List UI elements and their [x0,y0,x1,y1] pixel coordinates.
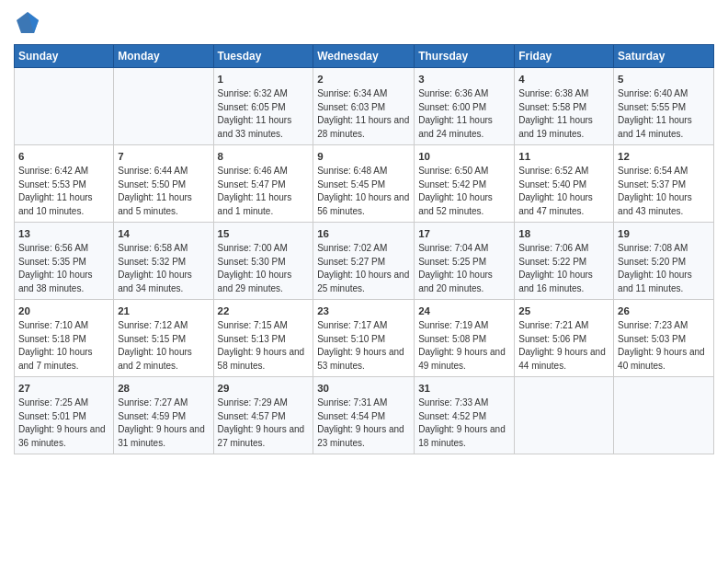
day-info: Sunrise: 7:04 AM Sunset: 5:25 PM Dayligh… [418,242,510,295]
day-number: 17 [418,226,510,241]
day-info: Sunrise: 6:52 AM Sunset: 5:40 PM Dayligh… [518,165,609,218]
day-info: Sunrise: 6:36 AM Sunset: 6:00 PM Dayligh… [418,87,510,141]
calendar-cell: 9Sunrise: 6:48 AM Sunset: 5:45 PM Daylig… [313,145,415,223]
day-number: 5 [618,72,710,86]
day-info: Sunrise: 7:33 AM Sunset: 4:52 PM Dayligh… [418,396,510,450]
calendar-cell: 23Sunrise: 7:17 AM Sunset: 5:10 PM Dayli… [313,300,415,377]
calendar-cell: 10Sunrise: 6:50 AM Sunset: 5:42 PM Dayli… [415,145,515,223]
day-info: Sunrise: 6:54 AM Sunset: 5:37 PM Dayligh… [618,165,710,218]
day-info: Sunrise: 6:34 AM Sunset: 6:03 PM Dayligh… [317,87,410,141]
day-number: 23 [317,304,410,318]
day-info: Sunrise: 7:15 AM Sunset: 5:13 PM Dayligh… [218,319,310,373]
calendar-cell: 29Sunrise: 7:29 AM Sunset: 4:57 PM Dayli… [213,377,313,454]
calendar-header: SundayMondayTuesdayWednesdayThursdayFrid… [15,45,714,68]
day-number: 27 [18,381,109,396]
day-number: 2 [317,72,410,86]
logo-icon [14,9,41,37]
day-number: 26 [618,304,710,318]
calendar-cell: 22Sunrise: 7:15 AM Sunset: 5:13 PM Dayli… [213,300,313,377]
day-number: 13 [18,226,109,241]
weekday-header-sunday: Sunday [15,45,114,68]
day-info: Sunrise: 6:58 AM Sunset: 5:32 PM Dayligh… [118,242,209,295]
day-info: Sunrise: 7:31 AM Sunset: 4:54 PM Dayligh… [317,396,410,450]
calendar-cell: 8Sunrise: 6:46 AM Sunset: 5:47 PM Daylig… [213,145,313,223]
calendar-cell: 21Sunrise: 7:12 AM Sunset: 5:15 PM Dayli… [114,300,213,377]
day-info: Sunrise: 6:44 AM Sunset: 5:50 PM Dayligh… [118,165,209,218]
day-info: Sunrise: 7:02 AM Sunset: 5:27 PM Dayligh… [317,242,410,295]
day-number: 21 [118,304,209,318]
calendar-cell: 3Sunrise: 6:36 AM Sunset: 6:00 PM Daylig… [415,68,515,145]
calendar-cell: 5Sunrise: 6:40 AM Sunset: 5:55 PM Daylig… [614,68,714,145]
day-number: 29 [218,381,310,396]
calendar-cell: 24Sunrise: 7:19 AM Sunset: 5:08 PM Dayli… [415,300,515,377]
calendar-cell: 16Sunrise: 7:02 AM Sunset: 5:27 PM Dayli… [313,223,415,300]
day-number: 3 [418,72,510,86]
calendar-cell: 7Sunrise: 6:44 AM Sunset: 5:50 PM Daylig… [114,145,213,223]
weekday-header-friday: Friday [515,45,614,68]
day-number: 24 [418,304,510,318]
day-number: 7 [118,149,209,164]
day-info: Sunrise: 7:10 AM Sunset: 5:18 PM Dayligh… [18,319,109,373]
calendar-body: 1Sunrise: 6:32 AM Sunset: 6:05 PM Daylig… [15,68,714,454]
weekday-header-tuesday: Tuesday [213,45,313,68]
day-number: 11 [518,149,609,164]
day-number: 31 [418,381,510,396]
week-row-2: 6Sunrise: 6:42 AM Sunset: 5:53 PM Daylig… [15,145,714,223]
day-info: Sunrise: 7:21 AM Sunset: 5:06 PM Dayligh… [518,319,609,373]
day-info: Sunrise: 6:56 AM Sunset: 5:35 PM Dayligh… [18,242,109,295]
calendar-cell: 18Sunrise: 7:06 AM Sunset: 5:22 PM Dayli… [515,223,614,300]
day-number: 19 [618,226,710,241]
day-number: 12 [618,149,710,164]
day-info: Sunrise: 7:17 AM Sunset: 5:10 PM Dayligh… [317,319,410,373]
day-info: Sunrise: 7:19 AM Sunset: 5:08 PM Dayligh… [418,319,510,373]
day-number: 28 [118,381,209,396]
day-info: Sunrise: 7:06 AM Sunset: 5:22 PM Dayligh… [518,242,609,295]
calendar-cell: 11Sunrise: 6:52 AM Sunset: 5:40 PM Dayli… [515,145,614,223]
weekday-header-saturday: Saturday [614,45,714,68]
day-info: Sunrise: 6:46 AM Sunset: 5:47 PM Dayligh… [218,165,310,218]
day-info: Sunrise: 6:50 AM Sunset: 5:42 PM Dayligh… [418,165,510,218]
calendar-cell: 4Sunrise: 6:38 AM Sunset: 5:58 PM Daylig… [515,68,614,145]
weekday-header-thursday: Thursday [415,45,515,68]
main-container: SundayMondayTuesdayWednesdayThursdayFrid… [0,0,728,459]
day-number: 10 [418,149,510,164]
day-number: 1 [218,72,310,86]
day-number: 25 [518,304,609,318]
logo [14,9,45,37]
day-number: 14 [118,226,209,241]
day-number: 18 [518,226,609,241]
calendar-cell [114,68,213,145]
calendar-cell [515,377,614,454]
day-info: Sunrise: 7:00 AM Sunset: 5:30 PM Dayligh… [218,242,310,295]
day-number: 22 [218,304,310,318]
day-number: 20 [18,304,109,318]
calendar-cell: 30Sunrise: 7:31 AM Sunset: 4:54 PM Dayli… [313,377,415,454]
calendar-cell: 28Sunrise: 7:27 AM Sunset: 4:59 PM Dayli… [114,377,213,454]
calendar-cell [15,68,114,145]
day-info: Sunrise: 7:08 AM Sunset: 5:20 PM Dayligh… [618,242,710,295]
calendar-cell: 20Sunrise: 7:10 AM Sunset: 5:18 PM Dayli… [15,300,114,377]
day-info: Sunrise: 7:23 AM Sunset: 5:03 PM Dayligh… [618,319,710,373]
calendar-cell: 31Sunrise: 7:33 AM Sunset: 4:52 PM Dayli… [415,377,515,454]
week-row-4: 20Sunrise: 7:10 AM Sunset: 5:18 PM Dayli… [15,300,714,377]
calendar-cell: 15Sunrise: 7:00 AM Sunset: 5:30 PM Dayli… [213,223,313,300]
day-info: Sunrise: 6:48 AM Sunset: 5:45 PM Dayligh… [317,165,410,218]
calendar-cell: 6Sunrise: 6:42 AM Sunset: 5:53 PM Daylig… [15,145,114,223]
calendar-cell: 27Sunrise: 7:25 AM Sunset: 5:01 PM Dayli… [15,377,114,454]
calendar-cell [614,377,714,454]
week-row-3: 13Sunrise: 6:56 AM Sunset: 5:35 PM Dayli… [15,223,714,300]
calendar-cell: 19Sunrise: 7:08 AM Sunset: 5:20 PM Dayli… [614,223,714,300]
day-number: 6 [18,149,109,164]
day-info: Sunrise: 6:32 AM Sunset: 6:05 PM Dayligh… [218,87,310,141]
day-number: 4 [518,72,609,86]
calendar-cell: 26Sunrise: 7:23 AM Sunset: 5:03 PM Dayli… [614,300,714,377]
day-info: Sunrise: 7:29 AM Sunset: 4:57 PM Dayligh… [218,396,310,450]
day-number: 15 [218,226,310,241]
calendar-cell: 14Sunrise: 6:58 AM Sunset: 5:32 PM Dayli… [114,223,213,300]
day-info: Sunrise: 6:38 AM Sunset: 5:58 PM Dayligh… [518,87,609,141]
week-row-5: 27Sunrise: 7:25 AM Sunset: 5:01 PM Dayli… [15,377,714,454]
header-area [14,9,714,37]
day-info: Sunrise: 7:27 AM Sunset: 4:59 PM Dayligh… [118,396,209,450]
day-number: 30 [317,381,410,396]
day-number: 9 [317,149,410,164]
